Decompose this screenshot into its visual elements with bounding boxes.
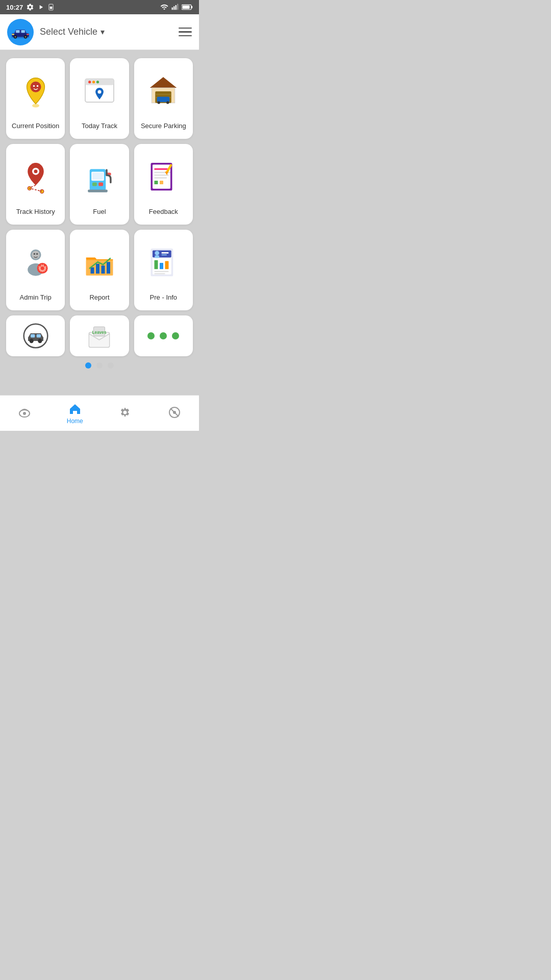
- svg-point-63: [36, 253, 38, 255]
- svg-point-14: [14, 36, 16, 37]
- card-report[interactable]: Report: [70, 230, 129, 310]
- dropdown-arrow-icon: ▾: [101, 27, 105, 37]
- card-secure-parking[interactable]: Secure Parking: [134, 58, 193, 139]
- track-history-label: Track History: [16, 208, 55, 216]
- svg-rect-5: [177, 4, 178, 10]
- svg-marker-29: [150, 77, 177, 88]
- status-time: 10:27: [6, 3, 55, 11]
- dot-2[interactable]: [96, 362, 103, 369]
- svg-rect-12: [21, 30, 25, 33]
- dot-green2: [160, 332, 167, 339]
- svg-rect-70: [107, 262, 110, 274]
- svg-rect-80: [165, 261, 169, 269]
- svg-point-74: [155, 251, 160, 255]
- card-track-history[interactable]: Track History: [6, 144, 65, 225]
- svg-rect-87: [36, 334, 40, 338]
- battery-icon: [182, 4, 193, 11]
- settings-icon: [118, 405, 132, 420]
- secure-parking-label: Secure Parking: [141, 122, 186, 131]
- svg-point-92: [23, 412, 26, 415]
- time-display: 10:27: [6, 4, 23, 11]
- card-admin-trip[interactable]: Admin Trip: [6, 230, 65, 310]
- svg-point-16: [24, 36, 26, 37]
- card-partial-car[interactable]: [6, 315, 65, 356]
- hamburger-menu[interactable]: [179, 28, 192, 37]
- svg-point-27: [96, 81, 99, 83]
- partial-cards-row: Leaves: [6, 315, 193, 356]
- svg-rect-82: [155, 273, 165, 274]
- today-track-icon: [74, 64, 124, 118]
- svg-rect-76: [162, 252, 169, 254]
- svg-point-25: [88, 81, 91, 83]
- card-partial-leaves[interactable]: Leaves: [70, 315, 129, 356]
- dot-green: [147, 332, 155, 339]
- svg-rect-48: [88, 189, 108, 192]
- svg-rect-56: [160, 181, 163, 184]
- home-icon: [68, 402, 82, 416]
- svg-point-65: [40, 266, 44, 270]
- card-pre-info[interactable]: Pre - Info: [134, 230, 193, 310]
- svg-rect-1: [50, 7, 53, 9]
- svg-rect-3: [173, 6, 174, 10]
- admin-trip-icon: [10, 236, 61, 289]
- admin-trip-label: Admin Trip: [20, 293, 52, 302]
- svg-rect-75: [155, 255, 160, 258]
- wifi-icon: [160, 3, 168, 11]
- fuel-icon: [74, 150, 124, 204]
- status-icons: [160, 3, 193, 11]
- secure-parking-icon: [138, 64, 189, 118]
- nav-home[interactable]: Home: [67, 402, 83, 425]
- svg-point-19: [32, 104, 39, 107]
- svg-rect-81: [155, 271, 169, 272]
- svg-point-21: [33, 85, 35, 87]
- cards-grid: Current Position Today Track: [6, 58, 193, 310]
- svg-rect-43: [92, 173, 103, 180]
- svg-rect-4: [176, 5, 177, 10]
- svg-rect-18: [27, 34, 29, 35]
- report-label: Report: [89, 293, 109, 302]
- svg-rect-86: [31, 334, 35, 338]
- car-partial-icon: [23, 323, 48, 349]
- svg-point-62: [33, 253, 35, 255]
- svg-point-20: [30, 81, 41, 92]
- card-partial-dots[interactable]: [134, 315, 193, 356]
- card-today-track[interactable]: Today Track: [70, 58, 129, 139]
- nav-no-signal[interactable]: [167, 405, 182, 421]
- card-feedback[interactable]: Feedback: [134, 144, 193, 225]
- nav-scan[interactable]: [17, 405, 32, 421]
- dot-1[interactable]: [85, 362, 91, 369]
- scan-icon: [17, 405, 32, 420]
- main-content: Current Position Today Track: [0, 50, 199, 395]
- fuel-label: Fuel: [93, 208, 106, 216]
- dot-green3: [172, 332, 179, 339]
- bottom-nav: Home: [0, 395, 199, 431]
- status-bar: 10:27: [0, 0, 199, 14]
- vehicle-selector[interactable]: Select Vehicle ▾: [40, 27, 172, 37]
- svg-rect-67: [90, 267, 94, 273]
- dot-3[interactable]: [108, 362, 114, 369]
- svg-text:Leaves: Leaves: [92, 330, 107, 334]
- svg-rect-79: [160, 263, 163, 269]
- home-label: Home: [67, 418, 83, 425]
- select-vehicle-label: Select Vehicle: [40, 27, 97, 37]
- pre-info-icon: [138, 236, 189, 289]
- feedback-icon: [138, 150, 189, 204]
- svg-rect-8: [183, 6, 190, 9]
- current-position-icon: [10, 64, 61, 118]
- car-icon: [10, 22, 31, 42]
- signal-icon: [171, 3, 179, 11]
- card-current-position[interactable]: Current Position: [6, 58, 65, 139]
- svg-point-36: [166, 101, 169, 104]
- svg-rect-2: [172, 8, 173, 10]
- card-fuel[interactable]: Fuel: [70, 144, 129, 225]
- leaves-icon: Leaves: [85, 322, 113, 350]
- svg-rect-55: [155, 181, 158, 184]
- track-history-icon: [10, 150, 61, 204]
- svg-point-26: [92, 81, 95, 83]
- svg-rect-54: [155, 177, 167, 179]
- no-signal-icon: [167, 405, 182, 420]
- nav-settings[interactable]: [118, 405, 132, 421]
- svg-point-22: [36, 85, 38, 87]
- svg-rect-47: [98, 182, 103, 186]
- svg-rect-68: [96, 263, 99, 273]
